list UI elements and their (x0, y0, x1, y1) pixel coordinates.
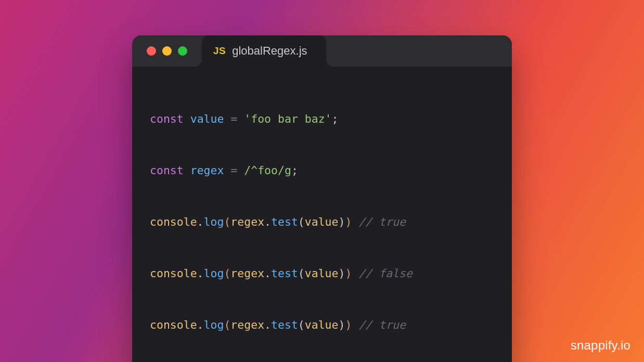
identifier-value: value (305, 215, 339, 228)
keyword-const: const (150, 112, 184, 125)
semicolon: ; (291, 164, 298, 177)
watermark: snappify.io (571, 338, 630, 353)
string-literal: 'foo bar baz' (244, 112, 331, 125)
code-line: console.log(regex.test(value)) // true (150, 216, 494, 229)
tab-file[interactable]: JS globalRegex.js (202, 35, 326, 67)
identifier-value: value (305, 318, 339, 331)
minimize-icon[interactable] (162, 46, 172, 56)
tab-filename: globalRegex.js (232, 44, 307, 58)
method-log: log (204, 318, 224, 331)
traffic-lights (132, 35, 202, 67)
identifier-regex: regex (230, 267, 264, 280)
regex-literal: /^foo/g (244, 164, 291, 177)
identifier-value: value (305, 267, 339, 280)
identifier-console: console (150, 215, 197, 228)
method-test: test (271, 215, 298, 228)
code-line: console.log(regex.test(value)) // true (150, 319, 494, 332)
close-icon[interactable] (147, 46, 156, 56)
identifier-console: console (150, 318, 197, 331)
method-log: log (204, 215, 224, 228)
semicolon: ; (332, 112, 339, 125)
js-icon: JS (213, 45, 226, 57)
identifier-regex: regex (230, 215, 264, 228)
operator-equals: = (230, 112, 237, 125)
code-line: const value = 'foo bar baz'; (150, 113, 494, 126)
identifier-console: console (150, 267, 197, 280)
keyword-const: const (150, 164, 184, 177)
maximize-icon[interactable] (178, 46, 187, 56)
code-line: const regex = /^foo/g; (150, 164, 494, 177)
code-window: JS globalRegex.js const value = 'foo bar… (132, 35, 512, 362)
comment: // false (358, 267, 413, 280)
identifier-regex: regex (190, 164, 224, 177)
identifier-regex: regex (230, 318, 264, 331)
tab-bar: JS globalRegex.js (202, 35, 512, 67)
code-line: console.log(regex.test(value)) // false (150, 267, 494, 280)
window-titlebar: JS globalRegex.js (132, 35, 512, 67)
comment: // true (358, 215, 406, 228)
identifier-value: value (190, 112, 224, 125)
operator-equals: = (230, 164, 237, 177)
method-test: test (271, 318, 298, 331)
method-log: log (204, 267, 224, 280)
comment: // true (358, 318, 406, 331)
code-editor: const value = 'foo bar baz'; const regex… (132, 67, 512, 362)
method-test: test (271, 267, 298, 280)
